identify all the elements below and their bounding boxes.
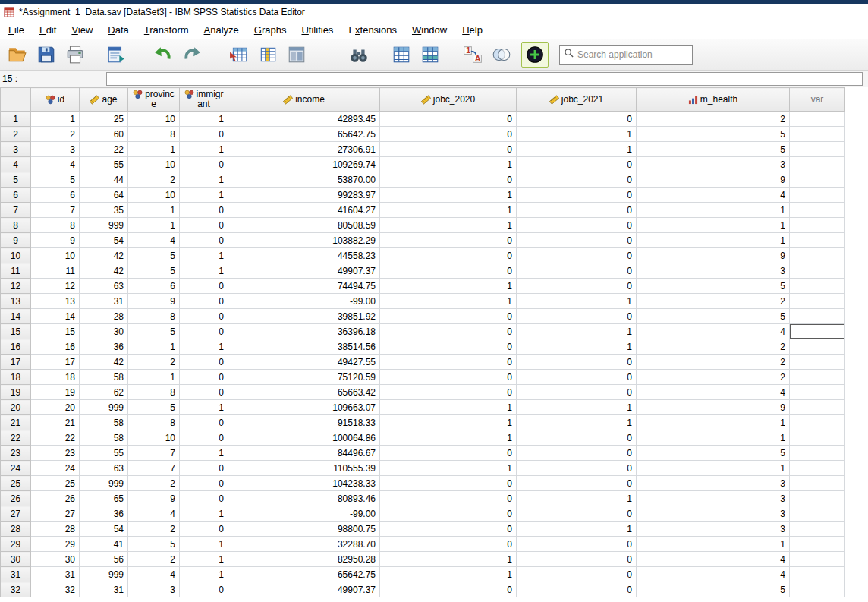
cell-immigrant[interactable]: 1 <box>180 142 228 157</box>
cell-age[interactable]: 54 <box>80 522 128 537</box>
cell-id[interactable]: 19 <box>31 385 80 400</box>
cell-income[interactable]: 109269.74 <box>228 157 380 172</box>
cell-immigrant[interactable]: 0 <box>180 355 228 370</box>
cell-jobc_2021[interactable]: 0 <box>517 233 637 248</box>
cell-m_health[interactable]: 5 <box>637 446 790 461</box>
cell-jobc_2021[interactable]: 1 <box>517 491 637 506</box>
cell-id[interactable]: 22 <box>31 430 80 446</box>
cell-jobc_2021[interactable]: 1 <box>517 294 637 309</box>
cell-var[interactable] <box>790 309 845 324</box>
cell-income[interactable]: 75120.59 <box>228 370 380 385</box>
cell-id[interactable]: 10 <box>31 248 80 263</box>
cell-jobc_2021[interactable]: 0 <box>517 461 637 476</box>
row-header-12[interactable]: 12 <box>1 279 31 294</box>
cell-jobc_2021[interactable]: 0 <box>517 355 637 370</box>
cell-immigrant[interactable]: 1 <box>180 567 228 582</box>
cell-jobc_2020[interactable]: 1 <box>380 188 517 203</box>
cell-age[interactable]: 62 <box>80 385 128 400</box>
cell-jobc_2021[interactable]: 0 <box>517 157 637 172</box>
row-header-8[interactable]: 8 <box>1 218 31 233</box>
row-header-29[interactable]: 29 <box>1 537 31 552</box>
cell-jobc_2020[interactable]: 0 <box>380 127 517 142</box>
cell-jobc_2021[interactable]: 0 <box>517 279 637 294</box>
cell-m_health[interactable]: 2 <box>637 355 790 370</box>
row-header-7[interactable]: 7 <box>1 203 31 218</box>
row-header-31[interactable]: 31 <box>1 567 31 582</box>
menu-window[interactable]: Window <box>404 22 454 38</box>
cell-age[interactable]: 55 <box>80 446 128 461</box>
col-header-immigrant[interactable]: immigrant <box>180 88 228 112</box>
cell-income[interactable]: 110555.39 <box>228 461 380 476</box>
cell-jobc_2020[interactable]: 0 <box>380 537 517 552</box>
cell-id[interactable]: 18 <box>31 370 80 385</box>
cell-province[interactable]: 1 <box>128 218 180 233</box>
cell-m_health[interactable]: 4 <box>637 188 790 203</box>
col-header-province[interactable]: province <box>128 88 180 112</box>
cell-id[interactable]: 5 <box>31 172 80 188</box>
cell-immigrant[interactable]: 1 <box>180 506 228 522</box>
cell-id[interactable]: 8 <box>31 218 80 233</box>
show-all-variables-button[interactable] <box>521 42 549 68</box>
save-button[interactable] <box>33 42 60 68</box>
cell-jobc_2021[interactable]: 0 <box>517 385 637 400</box>
cell-income[interactable]: 27306.91 <box>228 142 380 157</box>
cell-var[interactable] <box>790 430 845 446</box>
menu-transform[interactable]: Transform <box>137 22 197 38</box>
cell-m_health[interactable]: 4 <box>637 552 790 567</box>
select-cases-button[interactable] <box>417 42 444 68</box>
cell-id[interactable]: 20 <box>31 400 80 415</box>
cell-jobc_2020[interactable]: 0 <box>380 112 517 127</box>
cell-var[interactable] <box>790 172 845 188</box>
cell-id[interactable]: 15 <box>31 324 80 339</box>
menu-utilities[interactable]: Utilities <box>294 22 341 38</box>
cell-jobc_2020[interactable]: 1 <box>380 430 517 446</box>
cell-province[interactable]: 6 <box>128 279 180 294</box>
cell-var[interactable] <box>790 385 845 400</box>
cell-m_health[interactable]: 9 <box>637 400 790 415</box>
cell-province[interactable]: 1 <box>128 339 180 355</box>
cell-age[interactable]: 28 <box>80 309 128 324</box>
cell-age[interactable]: 42 <box>80 248 128 263</box>
col-header-age[interactable]: age <box>80 88 128 112</box>
cell-m_health[interactable]: 1 <box>637 537 790 552</box>
row-header-5[interactable]: 5 <box>1 172 31 188</box>
cell-province[interactable]: 10 <box>128 188 180 203</box>
cell-m_health[interactable]: 5 <box>637 142 790 157</box>
cell-id[interactable]: 1 <box>31 112 80 127</box>
cell-age[interactable]: 999 <box>80 567 128 582</box>
cell-var[interactable] <box>790 248 845 263</box>
cell-income[interactable]: 49907.37 <box>228 263 380 279</box>
cell-income[interactable]: 49427.55 <box>228 355 380 370</box>
cell-jobc_2020[interactable]: 1 <box>380 218 517 233</box>
menu-analyze[interactable]: Analyze <box>197 22 247 38</box>
menu-extensions[interactable]: Extensions <box>341 22 404 38</box>
cell-income[interactable]: 39851.92 <box>228 309 380 324</box>
cell-province[interactable]: 2 <box>128 172 180 188</box>
corner-cell[interactable] <box>1 88 31 112</box>
cell-jobc_2021[interactable]: 0 <box>517 172 637 188</box>
row-header-15[interactable]: 15 <box>1 324 31 339</box>
variables-info-button[interactable] <box>283 42 310 68</box>
cell-age[interactable]: 25 <box>80 112 128 127</box>
cell-var[interactable] <box>790 370 845 385</box>
cell-var[interactable] <box>790 522 845 537</box>
cell-var[interactable] <box>790 127 845 142</box>
cell-jobc_2021[interactable]: 1 <box>517 415 637 430</box>
cell-jobc_2020[interactable]: 0 <box>380 476 517 491</box>
cell-jobc_2020[interactable]: 0 <box>380 248 517 263</box>
cell-province[interactable]: 2 <box>128 355 180 370</box>
cell-jobc_2020[interactable]: 1 <box>380 567 517 582</box>
use-variable-sets-button[interactable] <box>488 42 515 68</box>
cell-jobc_2020[interactable]: 0 <box>380 582 517 597</box>
cell-m_health[interactable]: 4 <box>637 385 790 400</box>
cell-province[interactable]: 10 <box>128 112 180 127</box>
cell-income[interactable]: 74494.75 <box>228 279 380 294</box>
menu-view[interactable]: View <box>64 22 100 38</box>
cell-age[interactable]: 36 <box>80 339 128 355</box>
cell-jobc_2020[interactable]: 1 <box>380 279 517 294</box>
cell-immigrant[interactable]: 1 <box>180 248 228 263</box>
cell-jobc_2021[interactable]: 0 <box>517 370 637 385</box>
cell-income[interactable]: 98800.75 <box>228 522 380 537</box>
cell-jobc_2020[interactable]: 0 <box>380 370 517 385</box>
cell-id[interactable]: 17 <box>31 355 80 370</box>
